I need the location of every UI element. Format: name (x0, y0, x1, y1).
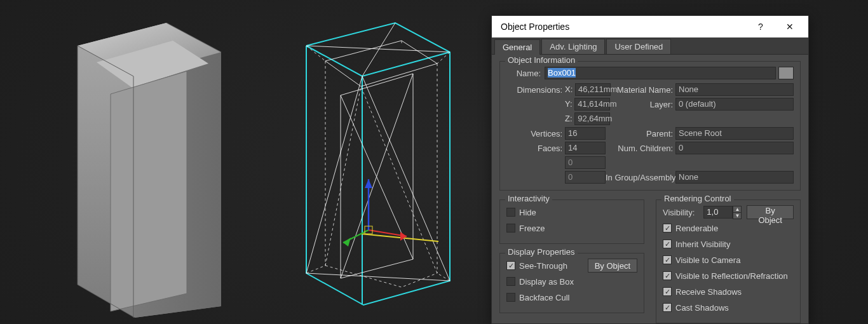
checkbox-visible-refl[interactable] (663, 271, 672, 280)
cast-shadows-label: Cast Shadows (675, 303, 729, 313)
faces-field: 14 (565, 142, 606, 154)
tab-adv-lighting[interactable]: Adv. Lighting (541, 39, 605, 54)
inherit-visibility-label: Inherit Visibility (675, 240, 730, 249)
visibility-value[interactable]: 1,0 (703, 206, 733, 219)
parent-field: Scene Root (675, 127, 794, 140)
checkbox-backface-cull[interactable] (506, 293, 515, 302)
svg-marker-4 (111, 71, 187, 311)
dialog-titlebar[interactable]: Object Properties ? ✕ (492, 16, 808, 37)
receive-shadows-label: Receive Shadows (675, 287, 742, 297)
rendering-by-object-button[interactable]: By Object (747, 205, 794, 219)
group-legend: Display Properties (505, 247, 578, 257)
x-label: X: 46,211mm (565, 83, 606, 96)
group-rendering-control: Rendering Control Visibility: 1,0 ▲▼ By … (656, 199, 801, 323)
svg-line-8 (341, 74, 413, 278)
renderable-label: Renderable (675, 224, 718, 233)
visibility-label: Visibility: (663, 208, 698, 217)
svg-line-12 (306, 46, 325, 61)
panel-general: Object Information Name: Box001 Dimensio… (492, 55, 808, 323)
group-legend: Rendering Control (661, 194, 734, 203)
group-legend: Object Information (505, 55, 578, 65)
mesh-solid-box (51, 6, 248, 318)
material-label: Material Name: (606, 85, 675, 95)
layer-label: Layer: (606, 100, 675, 109)
checkbox-renderable[interactable] (663, 224, 672, 233)
group-field: None (675, 171, 794, 184)
group-display-properties: Display Properties See-Through By Object… (499, 253, 644, 313)
tab-user-defined[interactable]: User Defined (606, 39, 671, 54)
tab-general[interactable]: General (494, 39, 540, 55)
group-legend: Interactivity (505, 194, 552, 203)
mesh-wireframe-selected (280, 6, 477, 318)
color-swatch[interactable] (778, 67, 794, 79)
name-field[interactable]: Box001 (545, 67, 776, 79)
checkbox-hide[interactable] (506, 208, 515, 217)
dialog-title: Object Properties (501, 22, 746, 32)
group-interactivity: Interactivity Hide Freeze (499, 199, 644, 244)
checkbox-display-as-box[interactable] (506, 277, 515, 286)
transform-gizmo (343, 179, 438, 246)
checkbox-freeze[interactable] (506, 224, 515, 233)
close-button[interactable]: ✕ (775, 16, 804, 37)
close-icon: ✕ (786, 22, 794, 32)
layer-field: 0 (default) (675, 98, 794, 111)
vertices-field: 16 (565, 127, 606, 140)
display-as-box-label: Display as Box (519, 277, 574, 287)
visible-camera-label: Visible to Camera (675, 255, 740, 265)
freeze-label: Freeze (519, 224, 545, 233)
checkbox-receive-shadows[interactable] (663, 287, 672, 296)
checkbox-visible-camera[interactable] (663, 255, 672, 264)
checkbox-see-through[interactable] (506, 261, 515, 270)
svg-marker-20 (343, 238, 351, 246)
help-icon: ? (758, 22, 763, 32)
extra-field-1: 0 (565, 156, 606, 169)
help-button[interactable]: ? (746, 16, 775, 37)
group-object-information: Object Information Name: Box001 Dimensio… (499, 61, 801, 191)
see-through-label: See-Through (519, 261, 588, 271)
vertices-label: Vertices: (506, 129, 565, 138)
hide-label: Hide (519, 208, 536, 217)
name-label: Name: (506, 69, 545, 78)
group-label: In Group/Assembly: (606, 173, 675, 182)
checkbox-cast-shadows[interactable] (663, 303, 672, 312)
visibility-spinner[interactable]: 1,0 ▲▼ (703, 206, 742, 219)
y-label: Y: (565, 99, 573, 109)
backface-cull-label: Backface Cull (519, 293, 569, 302)
svg-line-14 (306, 266, 325, 273)
material-field: None (675, 83, 794, 96)
spinner-up-icon[interactable]: ▲ (733, 206, 742, 212)
svg-marker-18 (400, 232, 407, 241)
object-properties-dialog: Object Properties ? ✕ General Adv. Light… (491, 15, 809, 324)
dim-y-field: 41,614mm (574, 98, 610, 111)
children-field: 0 (675, 142, 794, 154)
visible-refl-label: Visible to Reflection/Refraction (675, 271, 788, 281)
svg-marker-22 (365, 179, 372, 188)
checkbox-inherit-visibility[interactable] (663, 240, 672, 248)
faces-label: Faces: (506, 144, 565, 153)
dim-z-field: 92,64mm (574, 112, 610, 125)
spinner-down-icon[interactable]: ▼ (733, 212, 742, 219)
display-by-object-button[interactable]: By Object (588, 259, 637, 273)
parent-label: Parent: (606, 129, 675, 138)
extra-field-2: 0 (565, 171, 606, 184)
children-label: Num. Children: (606, 144, 675, 153)
z-label: Z: (565, 114, 573, 123)
dimensions-label: Dimensions: (506, 85, 565, 95)
tab-bar: General Adv. Lighting User Defined (492, 37, 808, 55)
